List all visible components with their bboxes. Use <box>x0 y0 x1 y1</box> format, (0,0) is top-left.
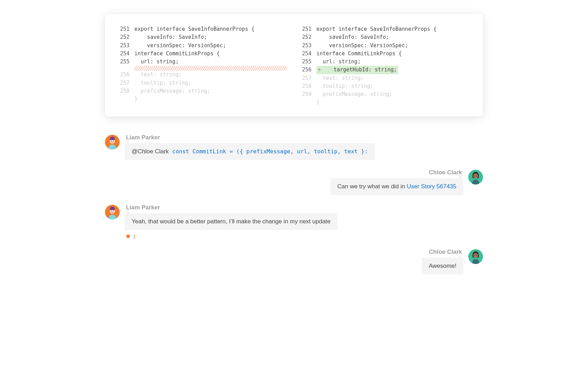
diff-line: 256+ targetHubId: string; <box>301 66 469 74</box>
line-number: 257 <box>119 79 134 87</box>
svg-point-10 <box>474 255 475 256</box>
svg-point-11 <box>476 255 477 256</box>
reaction-count: 1 <box>133 233 136 239</box>
work-item-link[interactable]: User Story 567435 <box>407 183 456 190</box>
code-text: interface CommitLinkProps { <box>134 50 220 58</box>
avatar-person-icon <box>468 170 483 184</box>
svg-point-5 <box>476 176 477 176</box>
diff-column-right: 251export interface SaveInfoBannerProps … <box>301 25 469 107</box>
code-text: url: string; <box>134 58 178 66</box>
diff-line: 251export interface SaveInfoBannerProps … <box>119 25 287 33</box>
diff-line: 251export interface SaveInfoBannerProps … <box>301 25 469 33</box>
code-text: } <box>134 95 138 103</box>
diff-line: 255 url: string; <box>301 58 469 66</box>
code-text: prefixMessage: string; <box>134 87 210 95</box>
comment-author: Liam Parker <box>125 134 375 141</box>
diff-line: 252 saveInfo: SaveInfo; <box>119 33 287 41</box>
avatar-person-icon <box>105 205 120 219</box>
line-number: 253 <box>119 42 134 50</box>
code-text: tooltip: string; <box>134 79 191 87</box>
comment-text: Can we try what we did in <box>337 183 407 190</box>
svg-point-1 <box>111 141 112 141</box>
diff-card: 251export interface SaveInfoBannerProps … <box>105 14 483 117</box>
line-number: 252 <box>119 33 134 41</box>
comment-row: Chloe ClarkCan we try what we did in Use… <box>105 169 483 195</box>
avatar-person-icon <box>105 135 120 149</box>
code-text: saveInfo: SaveInfo; <box>134 33 207 41</box>
line-number: 255 <box>119 58 134 66</box>
comment-bubble: @Chloe Clarkconst CommitLink = ({ prefix… <box>125 143 375 160</box>
code-text: } <box>316 98 320 106</box>
diff-line: 258 tooltip: string; <box>301 82 469 90</box>
avatar[interactable] <box>105 135 120 149</box>
added-line: + targetHubId: string; <box>316 66 398 74</box>
diff-line: 257 tooltip: string; <box>119 79 287 87</box>
code-text: tooltip: string; <box>316 82 373 90</box>
code-text: url: string; <box>316 58 360 66</box>
diff-line: 257 text: string; <box>301 74 469 82</box>
comment-row: Liam Parker@Chloe Clarkconst CommitLink … <box>105 134 483 160</box>
diff-line: 253 versionSpec: VersionSpec; <box>119 42 287 50</box>
svg-point-7 <box>111 211 112 211</box>
code-text: + targetHubId: string; <box>316 66 398 74</box>
code-text: text: string; <box>316 74 364 82</box>
svg-point-4 <box>474 176 475 176</box>
diff-line: 254interface CommitLinkProps { <box>119 50 287 58</box>
line-number: 258 <box>301 82 316 90</box>
avatar[interactable] <box>468 170 483 184</box>
avatar[interactable] <box>105 205 120 219</box>
diff-line: 253 versionSpec: VersionSpec; <box>301 42 469 50</box>
line-number: 254 <box>119 50 134 58</box>
comment-row: Chloe ClarkAwesome! <box>105 249 483 274</box>
diff-line: 259 prefixMessage: string; <box>301 90 469 98</box>
reaction-bar[interactable]: 1 <box>125 233 337 239</box>
heart-icon <box>125 233 131 239</box>
line-number: 252 <box>301 33 316 41</box>
comment-bubble: Can we try what we did in User Story 567… <box>330 178 463 195</box>
svg-point-9 <box>473 253 478 258</box>
comment-author: Chloe Clark <box>422 249 463 256</box>
svg-point-3 <box>473 174 478 179</box>
line-number: 251 <box>301 25 316 33</box>
comment-thread: Liam Parker@Chloe Clarkconst CommitLink … <box>105 134 483 274</box>
diff-line: 258 prefixMessage: string; <box>119 87 287 95</box>
line-number: 255 <box>301 58 316 66</box>
line-number: 256 <box>301 66 316 74</box>
avatar[interactable] <box>468 249 483 264</box>
diff-line: } <box>301 98 469 106</box>
svg-point-8 <box>113 211 114 211</box>
line-number: 254 <box>301 50 316 58</box>
code-text: export interface SaveInfoBannerProps { <box>134 25 254 33</box>
mention[interactable]: @Chloe Clark <box>132 148 169 155</box>
svg-point-2 <box>113 141 114 141</box>
inline-code-snippet: const CommitLink = ({ prefixMessage, url… <box>172 148 368 155</box>
line-number: 251 <box>119 25 134 33</box>
diff-column-left: 251export interface SaveInfoBannerProps … <box>119 25 287 107</box>
comment-bubble: Yeah, that would be a better pattern, I’… <box>125 213 337 230</box>
code-text: versionSpec: VersionSpec; <box>316 42 408 50</box>
line-number: 253 <box>301 42 316 50</box>
comment-author: Liam Parker <box>125 204 337 211</box>
code-text: text: string; <box>134 71 182 79</box>
diff-line: 254interface CommitLinkProps { <box>301 50 469 58</box>
diff-gap-indicator <box>134 66 287 71</box>
diff-line: 255 url: string; <box>119 58 287 66</box>
code-text: prefixMessage: string; <box>316 90 392 98</box>
diff-line: } <box>119 95 287 103</box>
avatar-person-icon <box>468 249 483 264</box>
code-text: export interface SaveInfoBannerProps { <box>316 25 436 33</box>
code-text: versionSpec: VersionSpec; <box>134 42 226 50</box>
comment-text: Yeah, that would be a better pattern, I’… <box>132 218 330 225</box>
code-text: interface CommitLinkProps { <box>316 50 402 58</box>
comment-text: Awesome! <box>429 263 456 269</box>
line-number: 258 <box>119 87 134 95</box>
diff-line: 256 text: string; <box>119 71 287 79</box>
code-text: saveInfo: SaveInfo; <box>316 33 389 41</box>
comment-author: Chloe Clark <box>330 169 463 176</box>
comment-row: Liam ParkerYeah, that would be a better … <box>105 204 483 239</box>
comment-bubble: Awesome! <box>422 258 463 274</box>
line-number: 256 <box>119 71 134 79</box>
line-number: 257 <box>301 74 316 82</box>
diff-line: 252 saveInfo: SaveInfo; <box>301 33 469 41</box>
line-number: 259 <box>301 90 316 98</box>
